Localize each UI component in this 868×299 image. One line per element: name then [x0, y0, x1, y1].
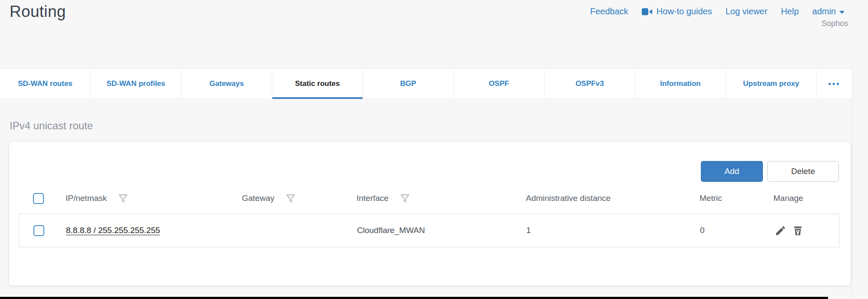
log-viewer-link[interactable]: Log viewer [726, 7, 768, 16]
col-header-manage: Manage [765, 194, 839, 203]
more-tabs-button[interactable]: ••• [817, 69, 852, 99]
add-button[interactable]: Add [701, 161, 763, 182]
video-camera-icon [642, 8, 652, 15]
delete-button[interactable]: Delete [767, 161, 839, 182]
row-checkbox[interactable] [33, 225, 44, 236]
chevron-down-icon [839, 11, 845, 14]
table-row: 8.8.8.8 / 255.255.255.255 Cloudflare_MWA… [19, 214, 839, 247]
col-header-label: Gateway [242, 194, 274, 203]
brand-label: Sophos [822, 19, 848, 28]
col-header-label: IP/netmask [66, 194, 107, 203]
manage-cell [765, 225, 839, 237]
tab-ospf[interactable]: OSPF [454, 69, 545, 99]
table-header-row: IP/netmask Gateway Interface [19, 187, 839, 209]
col-header-label: Interface [356, 194, 389, 203]
section-heading: IPv4 unicast route [10, 120, 93, 132]
tab-sdwan-profiles[interactable]: SD-WAN profiles [91, 69, 182, 99]
top-nav: Feedback How-to guides Log viewer Help a… [590, 7, 845, 16]
pencil-icon[interactable] [775, 225, 786, 237]
administrative-distance-cell: 1 [518, 226, 691, 235]
interface-cell: Cloudflare_MWAN [348, 226, 518, 235]
tab-information[interactable]: Information [635, 69, 726, 99]
col-header-ip-netmask: IP/netmask [57, 194, 233, 204]
trash-icon[interactable] [792, 225, 804, 237]
filter-funnel-icon[interactable] [286, 194, 296, 204]
page-title: Routing [10, 3, 66, 21]
col-header-label: Manage [773, 194, 803, 203]
metric-cell: 0 [691, 226, 765, 235]
select-all-cell [19, 193, 57, 204]
admin-label: admin [812, 7, 836, 16]
col-header-label: Metric [700, 194, 722, 203]
tab-static-routes[interactable]: Static routes [272, 69, 363, 99]
howto-guides-link[interactable]: How-to guides [642, 7, 712, 16]
bottom-black-bar [0, 297, 828, 299]
col-header-administrative-distance: Administrative distance [517, 194, 691, 203]
col-header-label: Administrative distance [526, 194, 611, 203]
tab-bgp[interactable]: BGP [363, 69, 454, 99]
col-header-metric: Metric [691, 194, 765, 203]
ip-netmask-link[interactable]: 8.8.8.8 / 255.255.255.255 [66, 226, 160, 235]
help-link[interactable]: Help [781, 7, 799, 16]
filter-funnel-icon[interactable] [118, 194, 128, 204]
ipv4-unicast-route-card: Add Delete IP/netmask Gateway Interface [9, 141, 851, 286]
tab-upstream-proxy[interactable]: Upstream proxy [726, 69, 817, 99]
ip-netmask-cell: 8.8.8.8 / 255.255.255.255 [57, 226, 234, 235]
howto-guides-label: How-to guides [657, 7, 712, 16]
table-toolbar: Add Delete [701, 161, 839, 182]
select-all-checkbox[interactable] [33, 193, 44, 204]
row-select-cell [19, 225, 57, 236]
tab-sdwan-routes[interactable]: SD-WAN routes [0, 69, 91, 99]
col-header-interface: Interface [348, 194, 517, 204]
filter-funnel-icon[interactable] [400, 194, 410, 204]
col-header-gateway: Gateway [233, 194, 348, 204]
feedback-link[interactable]: Feedback [590, 7, 628, 16]
tab-ospfv3[interactable]: OSPFv3 [545, 69, 635, 99]
tab-gateways[interactable]: Gateways [182, 69, 272, 99]
tab-bar: SD-WAN routes SD-WAN profiles Gateways S… [0, 69, 852, 99]
admin-menu[interactable]: admin [812, 7, 845, 16]
content-right-divider [852, 69, 852, 299]
